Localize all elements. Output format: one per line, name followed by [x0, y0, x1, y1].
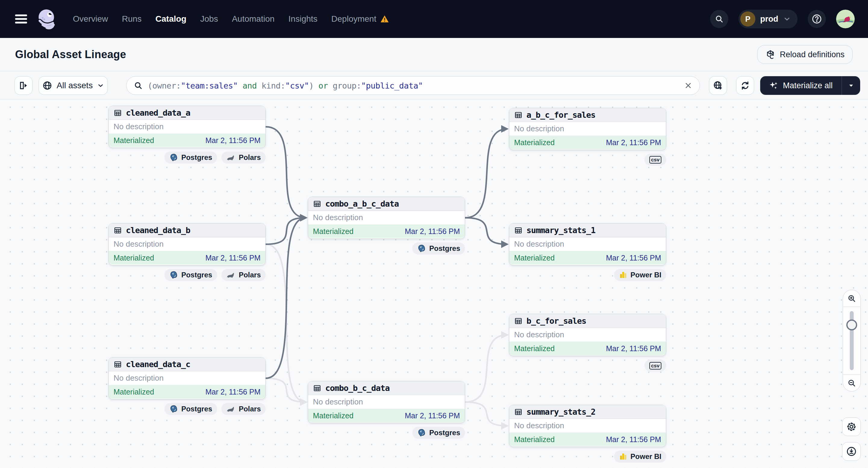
query-segment: ( — [148, 81, 152, 90]
graph-settings-button[interactable] — [842, 417, 861, 436]
query-segment: "public_data" — [361, 81, 423, 90]
dagster-logo-icon[interactable] — [35, 7, 58, 31]
asset-name: combo_a_b_c_data — [325, 199, 399, 209]
query-segment: owner: — [152, 81, 181, 90]
nav-item-deployment[interactable]: Deployment — [331, 14, 390, 24]
nav-item-jobs[interactable]: Jobs — [200, 14, 218, 24]
asset-node-a_b_c_for_sales[interactable]: a_b_c_for_sales No description Materiali… — [509, 108, 666, 150]
asset-description: No description — [109, 371, 265, 385]
materialized-status: Materialized — [313, 411, 353, 420]
deployment-switcher[interactable]: P prod — [739, 10, 798, 28]
kind-badge-label: Polars — [239, 153, 261, 162]
kind-badge-polars[interactable]: Polars — [221, 152, 266, 163]
kind-badge-polars[interactable]: Polars — [221, 403, 266, 415]
materialization-timestamp: Mar 2, 11:56 PM — [606, 138, 661, 147]
zoom-in-icon[interactable] — [843, 290, 861, 307]
asset-status-bar: Materialized Mar 2, 11:56 PM — [509, 136, 666, 149]
lineage-edge-cleaned_data_b-to-combo_a_b_c_data — [266, 218, 306, 244]
open-sidebar-button[interactable] — [14, 76, 33, 95]
kind-badge-csv[interactable]: csv — [645, 154, 666, 166]
kind-badge-power-bi[interactable]: Power BI — [614, 269, 666, 281]
csv-glyph: csv — [649, 156, 661, 163]
asset-kind-badges: csv — [509, 154, 666, 166]
postgres-icon — [417, 428, 426, 437]
materialization-timestamp: Mar 2, 11:56 PM — [206, 136, 260, 145]
kind-badge-polars[interactable]: Polars — [221, 269, 266, 281]
nav-item-runs[interactable]: Runs — [122, 14, 142, 24]
asset-name: cleaned_data_b — [126, 225, 190, 235]
clear-search-icon[interactable] — [684, 81, 692, 90]
asset-node-b_c_for_sales[interactable]: b_c_for_sales No description Materialize… — [509, 314, 666, 356]
kind-badge-power-bi[interactable]: Power BI — [614, 450, 666, 463]
menu-icon[interactable] — [15, 14, 27, 24]
asset-description: No description — [509, 328, 666, 342]
asset-description: No description — [109, 237, 265, 251]
zoom-slider-thumb[interactable] — [846, 319, 857, 331]
refresh-icon[interactable] — [736, 76, 754, 95]
table-icon — [114, 360, 122, 369]
download-image-button[interactable] — [842, 442, 861, 461]
asset-scope-dropdown[interactable]: All assets — [38, 76, 108, 95]
materialized-status: Materialized — [514, 254, 555, 262]
zoom-out-icon[interactable] — [843, 374, 861, 391]
search-icon — [134, 81, 143, 90]
asset-node-summary_stats_2[interactable]: summary_stats_2 No description Materiali… — [509, 405, 666, 447]
table-icon — [514, 111, 523, 119]
asset-description: No description — [308, 395, 465, 409]
asset-description: No description — [509, 122, 666, 136]
query-segment: group: — [333, 81, 362, 90]
polars-icon — [226, 405, 236, 413]
kind-badge-csv[interactable]: csv — [645, 360, 666, 372]
query-segment: "team:sales" — [181, 81, 238, 90]
lineage-canvas[interactable]: cleaned_data_a No description Materializ… — [0, 99, 868, 468]
powerbi-icon — [619, 271, 627, 279]
materialized-status: Materialized — [514, 138, 555, 147]
nav-item-overview[interactable]: Overview — [73, 14, 108, 24]
asset-node-header: b_c_for_sales — [509, 314, 666, 328]
kind-badge-postgres[interactable]: Postgres — [164, 152, 217, 163]
zoom-slider[interactable] — [843, 307, 861, 374]
asset-node-header: cleaned_data_a — [109, 106, 265, 120]
asset-search-input[interactable]: (owner:"team:sales" and kind:"csv") or g… — [126, 76, 700, 95]
asset-node-header: cleaned_data_c — [109, 357, 265, 371]
kind-badge-postgres[interactable]: Postgres — [164, 269, 217, 281]
asset-node-cleaned_data_b[interactable]: cleaned_data_b No description Materializ… — [108, 223, 266, 265]
materialize-options-caret[interactable] — [841, 76, 860, 95]
nav-item-insights[interactable]: Insights — [288, 14, 318, 24]
nav-item-catalog[interactable]: Catalog — [155, 14, 186, 24]
asset-description: No description — [509, 237, 666, 251]
nav-item-automation[interactable]: Automation — [232, 14, 275, 24]
asset-node-combo_b_c_data[interactable]: combo_b_c_data No description Materializ… — [308, 381, 465, 423]
query-segment: kind: — [261, 81, 285, 90]
query-segment: or — [314, 81, 333, 90]
sparkles-icon — [769, 81, 779, 90]
top-nav: OverviewRunsCatalogJobsAutomationInsight… — [0, 0, 868, 38]
kind-badge-label: Polars — [239, 271, 261, 279]
search-query-text: (owner:"team:sales" and kind:"csv") or g… — [148, 81, 679, 90]
download-icon — [846, 446, 857, 457]
asset-status-bar: Materialized Mar 2, 11:56 PM — [509, 342, 666, 355]
asset-node-cleaned_data_a[interactable]: cleaned_data_a No description Materializ… — [108, 106, 266, 148]
asset-node-cleaned_data_c[interactable]: cleaned_data_c No description Materializ… — [108, 357, 266, 399]
asset-scope-label: All assets — [57, 81, 93, 90]
asset-name: summary_stats_2 — [526, 407, 595, 416]
save-view-globe-plus-icon[interactable] — [709, 76, 727, 95]
materialization-timestamp: Mar 2, 11:56 PM — [405, 411, 460, 420]
asset-node-header: summary_stats_2 — [509, 405, 666, 419]
kind-badge-postgres[interactable]: Postgres — [412, 427, 465, 439]
avatar[interactable] — [836, 10, 855, 28]
nav-item-label: Deployment — [331, 14, 376, 24]
asset-node-summary_stats_1[interactable]: summary_stats_1 No description Materiali… — [509, 223, 666, 265]
search-icon[interactable] — [710, 10, 728, 28]
help-icon[interactable] — [808, 10, 826, 28]
asset-node-combo_a_b_c_data[interactable]: combo_a_b_c_data No description Material… — [308, 197, 465, 239]
reload-definitions-button[interactable]: Reload definitions — [757, 45, 852, 64]
asset-description: No description — [109, 120, 265, 134]
asset-node-header: combo_a_b_c_data — [308, 197, 465, 211]
kind-badge-label: Power BI — [630, 453, 661, 461]
asset-kind-badges: Power BI — [509, 269, 666, 281]
page-title: Global Asset Lineage — [15, 48, 126, 61]
materialize-all-button[interactable]: Materialize all — [760, 76, 841, 95]
kind-badge-postgres[interactable]: Postgres — [412, 243, 465, 254]
kind-badge-postgres[interactable]: Postgres — [164, 403, 217, 415]
